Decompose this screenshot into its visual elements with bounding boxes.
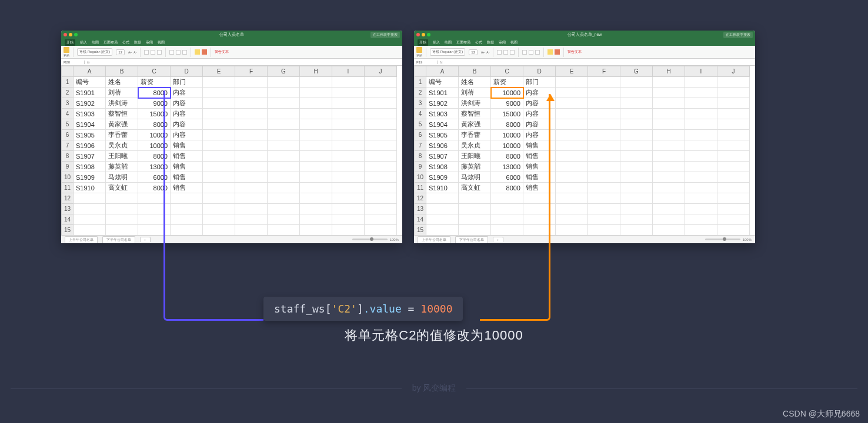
name-box[interactable]: R20 [61,61,85,64]
row-header[interactable]: 7 [415,140,426,151]
cell[interactable] [685,98,717,109]
cell[interactable] [685,140,717,151]
cell[interactable] [426,225,459,236]
cell[interactable] [523,193,556,204]
name-box[interactable]: F19 [414,61,438,64]
cell[interactable] [235,225,268,236]
cell[interactable] [268,172,300,183]
row-header[interactable]: 4 [415,109,426,119]
cell[interactable] [653,214,685,225]
cell[interactable] [685,172,717,183]
cell[interactable] [171,214,203,225]
cell[interactable] [588,140,620,151]
cell[interactable]: 15000 [491,109,523,119]
cell[interactable] [426,193,459,204]
cell[interactable]: 李香蕾 [106,130,138,140]
cell[interactable] [171,193,203,204]
cell[interactable] [203,119,235,130]
menu-item[interactable]: 页面布局 [104,40,118,45]
cell[interactable] [556,214,588,225]
cell[interactable] [523,225,556,236]
cell[interactable] [300,77,332,88]
row-header[interactable]: 9 [62,162,74,172]
cell[interactable] [235,183,268,193]
row-header[interactable]: 14 [62,214,74,225]
cell[interactable]: S1905 [74,130,106,140]
cell[interactable] [235,130,268,140]
formula-bar[interactable]: F19 fx [414,59,755,66]
cell[interactable] [300,162,332,172]
row-header[interactable]: 2 [415,88,426,98]
column-header[interactable]: G [620,66,653,77]
cell[interactable] [556,109,588,119]
column-header[interactable]: E [556,66,588,77]
cell[interactable]: S1903 [426,109,459,119]
cell[interactable] [74,214,106,225]
paste-button[interactable]: 粘贴 [64,47,69,57]
cell[interactable]: 高文虹 [459,183,491,193]
underline-button[interactable] [510,50,515,55]
cell[interactable] [653,172,685,183]
cell[interactable]: 8000 [138,119,171,130]
column-header[interactable]: H [653,66,685,77]
cell[interactable]: S1907 [74,151,106,162]
cell[interactable]: 内容 [171,119,203,130]
row-header[interactable]: 12 [62,193,74,204]
cell[interactable] [268,183,300,193]
column-header[interactable]: H [300,66,332,77]
menu-item[interactable]: 视图 [510,40,518,45]
cell[interactable] [685,214,717,225]
cell[interactable] [491,193,523,204]
column-header[interactable]: B [459,66,491,77]
cell[interactable] [556,204,588,214]
cell[interactable]: 高文虹 [106,183,138,193]
row-header[interactable]: 15 [62,225,74,236]
cell[interactable] [653,151,685,162]
cell[interactable] [138,204,171,214]
cell[interactable] [459,214,491,225]
menu-item[interactable]: 绘图 [445,40,452,45]
row-header[interactable]: 10 [62,172,74,183]
cell[interactable] [332,225,365,236]
cell[interactable] [332,88,365,98]
worksheet[interactable]: ABCDEFGHIJ1编号姓名薪资部门2S1901刘蓓8000内容3S1902洪… [61,66,402,236]
cell[interactable]: 蔡智恒 [106,109,138,119]
column-header[interactable]: B [106,66,138,77]
cell[interactable] [620,172,653,183]
cell[interactable] [300,193,332,204]
row-header[interactable]: 7 [62,140,74,151]
cell[interactable] [268,77,300,88]
cell[interactable] [300,214,332,225]
align-center-button[interactable] [176,50,181,55]
cell[interactable] [491,225,523,236]
cell[interactable] [138,214,171,225]
cell[interactable] [332,172,365,183]
row-header[interactable]: 6 [62,130,74,140]
cell[interactable] [588,162,620,172]
cell[interactable] [588,119,620,130]
cell[interactable] [653,98,685,109]
cell[interactable] [365,109,397,119]
cell[interactable] [685,77,717,88]
cell[interactable] [556,119,588,130]
column-header[interactable]: A [426,66,459,77]
cell[interactable] [620,109,653,119]
cell[interactable] [523,204,556,214]
menu-item[interactable]: 审阅 [146,40,153,45]
cell[interactable] [235,140,268,151]
cell[interactable]: S1908 [426,162,459,172]
cell[interactable] [332,109,365,119]
cell[interactable] [653,204,685,214]
cell[interactable]: 王阳曦 [106,151,138,162]
row-header[interactable]: 9 [415,162,426,172]
cell[interactable]: S1906 [426,140,459,151]
sheet-tab[interactable]: 下半年公司名单 [102,236,135,243]
cell[interactable] [556,140,588,151]
cell[interactable]: 薪资 [138,77,171,88]
cell[interactable] [332,214,365,225]
cell[interactable] [459,193,491,204]
cell[interactable] [203,140,235,151]
fill-color-button[interactable] [195,49,200,55]
cell[interactable] [365,151,397,162]
cell[interactable] [268,193,300,204]
